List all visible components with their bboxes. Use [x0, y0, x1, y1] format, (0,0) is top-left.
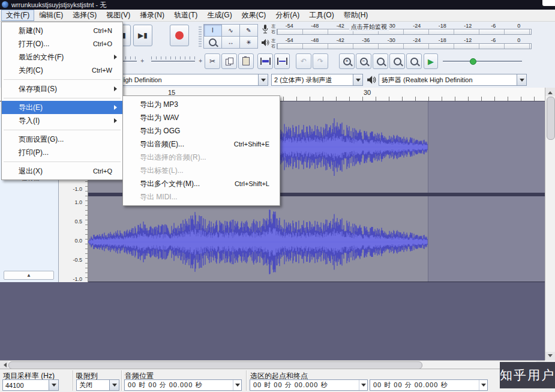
record-button[interactable] — [170, 25, 189, 46]
menu-item[interactable]: 导出多个文件(M)... Ctrl+Shift+L — [123, 177, 280, 190]
window-title: wrrunkuukstjsuyjstjsykstjstnt - 无 — [11, 0, 106, 10]
menu-item[interactable]: 导出 MIDI... — [123, 190, 280, 204]
submenu-arrow-icon — [269, 128, 277, 133]
play-at-speed-button[interactable]: ▶ — [424, 53, 438, 69]
menu-item[interactable]: 导出选择的音频(R)... — [123, 151, 280, 164]
scroll-up-icon[interactable] — [545, 88, 555, 96]
menubar-item[interactable]: 工具(O) — [304, 10, 338, 21]
playback-meter[interactable]: 左右 -54-48-42-36-30-24-18-12-60 — [260, 37, 532, 50]
multi-tool-button[interactable]: ✳ — [240, 37, 257, 48]
selection-end-field[interactable]: 00 时 00 分 00.000 秒 — [370, 379, 488, 391]
selection-tool-button[interactable]: I — [204, 25, 221, 36]
scroll-down-icon[interactable] — [545, 352, 555, 360]
snap-value: 关闭 — [77, 381, 109, 390]
menu-item[interactable]: 导出为 OGG — [123, 124, 280, 137]
dropdown-arrow-icon[interactable] — [258, 74, 268, 85]
menu-item[interactable]: 导出音频(E)... Ctrl+Shift+E — [123, 137, 280, 151]
audacity-window: wrrunkuukstjsuyjstjsykstjstnt - 无 文件(F)编… — [0, 0, 555, 392]
menu-item[interactable]: 导出标签(L)... — [123, 164, 280, 177]
skip-to-end-button[interactable]: ▶▮ — [133, 25, 152, 46]
undo-button[interactable]: ↶ — [296, 53, 311, 69]
menu-item[interactable]: 导入(I) — [2, 114, 122, 127]
menu-item[interactable]: 打开(O)... Ctrl+O — [2, 37, 122, 50]
zoom-out-button[interactable]: − — [356, 53, 371, 69]
menu-item-shortcut: Ctrl+N — [83, 27, 112, 34]
slider-track — [151, 61, 195, 62]
zoom-tool-button[interactable] — [204, 37, 221, 48]
menubar-item[interactable]: 播录(N) — [135, 10, 169, 21]
menubar-item[interactable]: 生成(G) — [202, 10, 236, 21]
submenu-arrow-icon — [112, 55, 119, 59]
cut-button[interactable]: ✂ — [205, 53, 220, 69]
scroll-left-icon[interactable] — [0, 361, 8, 369]
fit-selection-button[interactable] — [373, 53, 388, 69]
meter-scale-number: -42 — [328, 37, 353, 43]
submenu-arrow-icon — [269, 155, 277, 160]
speed-slider-thumb[interactable] — [470, 58, 476, 65]
menu-item-label: 关闭(C) — [19, 65, 43, 76]
monitoring-hint[interactable]: 点击开始监视 — [349, 23, 389, 31]
menu-item[interactable]: 关闭(C) Ctrl+W — [2, 64, 122, 77]
dropdown-arrow-icon[interactable] — [49, 380, 58, 390]
menu-item[interactable]: 页面设置(G)... — [2, 133, 122, 146]
dropdown-arrow-icon[interactable] — [479, 380, 487, 390]
menubar-item[interactable]: 分析(A) — [271, 10, 304, 21]
statusbar: 项目采样率 (Hz) 44100 吸附到 关闭 音频位置 00 时 00 分 0… — [0, 369, 555, 392]
dropdown-arrow-icon[interactable] — [517, 74, 526, 85]
playback-speed-slider[interactable] — [443, 58, 522, 64]
envelope-tool-button[interactable]: ∿ — [222, 25, 239, 36]
draw-tool-button[interactable]: ✎ — [240, 25, 257, 36]
horizontal-scrollbar[interactable] — [0, 360, 545, 369]
statusbar-separator — [246, 370, 247, 391]
playback-meter-scale: -54-48-42-36-30-24-18-12-60 — [277, 37, 532, 43]
menu-item[interactable]: 导出为 MP3 — [123, 98, 280, 111]
amplitude-scale-number: -1.0 — [59, 276, 82, 282]
menu-item[interactable]: 导出为 WAV — [123, 111, 280, 124]
menubar-item[interactable]: 选择(S) — [68, 10, 101, 21]
waveform-right-channel[interactable] — [88, 196, 545, 282]
menubar-item[interactable]: 编辑(E) — [34, 10, 68, 21]
dropdown-arrow-icon[interactable] — [353, 74, 362, 85]
menu-item[interactable]: 新建(N) Ctrl+N — [2, 24, 122, 37]
menu-item[interactable]: 退出(X) Ctrl+Q — [2, 164, 122, 178]
menu-item[interactable]: 保存项目(S) — [2, 82, 122, 95]
menubar-item[interactable]: 文件(F) — [1, 10, 34, 21]
zoom-toggle-button[interactable] — [406, 53, 422, 69]
menubar-item[interactable]: 帮助(H) — [339, 10, 373, 21]
menu-item-shortcut: Ctrl+W — [81, 67, 112, 74]
menu-item[interactable]: 最近的文件(F) — [2, 50, 122, 64]
project-rate-select[interactable]: 44100 — [2, 379, 59, 391]
dropdown-arrow-icon[interactable] — [109, 380, 119, 390]
menubar-item[interactable]: 轨道(T) — [169, 10, 202, 21]
trim-audio-button[interactable] — [257, 53, 273, 69]
dropdown-arrow-icon[interactable] — [359, 380, 367, 390]
window-controls[interactable] — [542, 0, 555, 6]
input-channels-select[interactable]: 2 (立体声) 录制声道 — [271, 74, 363, 86]
audio-position-field[interactable]: 00 时 00 分 00.000 秒 — [124, 379, 242, 391]
menu-item[interactable]: 导出(E) — [2, 101, 122, 114]
zoom-in-button[interactable]: + — [339, 53, 355, 69]
copy-button[interactable] — [221, 53, 237, 69]
export-submenu: 导出为 MP3 导出为 WAV 导出为 OGG 导出音频(E)... Ctrl+… — [122, 95, 280, 206]
snap-select[interactable]: 关闭 — [76, 379, 119, 391]
meter-scale-number: -54 — [277, 37, 302, 43]
tools-grabber[interactable] — [199, 25, 202, 47]
vertical-scroll-thumb[interactable] — [547, 97, 555, 140]
redo-button[interactable]: ↷ — [313, 53, 328, 69]
selection-start-field[interactable]: 00 时 00 分 00.000 秒 — [250, 379, 368, 391]
menubar-item[interactable]: 效果(C) — [237, 10, 271, 21]
speaker-icon — [260, 37, 270, 47]
menu-item[interactable]: 打印(P)... — [2, 146, 122, 159]
paste-button[interactable] — [238, 53, 254, 69]
menubar-item[interactable]: 视图(V) — [101, 10, 135, 21]
silence-audio-button[interactable] — [274, 53, 290, 69]
recording-meter[interactable]: 左右 -54-48-42-36-30-24-18-12-60 点击开始监视 — [260, 23, 532, 36]
dropdown-arrow-icon[interactable] — [233, 380, 241, 390]
input-volume-slider[interactable]: + — [151, 56, 202, 65]
fit-project-button[interactable] — [389, 53, 405, 69]
output-device-select[interactable]: 扬声器 (Realtek High Definition — [379, 74, 527, 86]
timeshift-tool-button[interactable]: ↔ — [222, 37, 239, 48]
vertical-scrollbar[interactable] — [545, 88, 555, 360]
track-collapse-button[interactable]: ▲ — [4, 271, 54, 280]
audio-position-value: 00 时 00 分 00.000 秒 — [125, 381, 233, 390]
